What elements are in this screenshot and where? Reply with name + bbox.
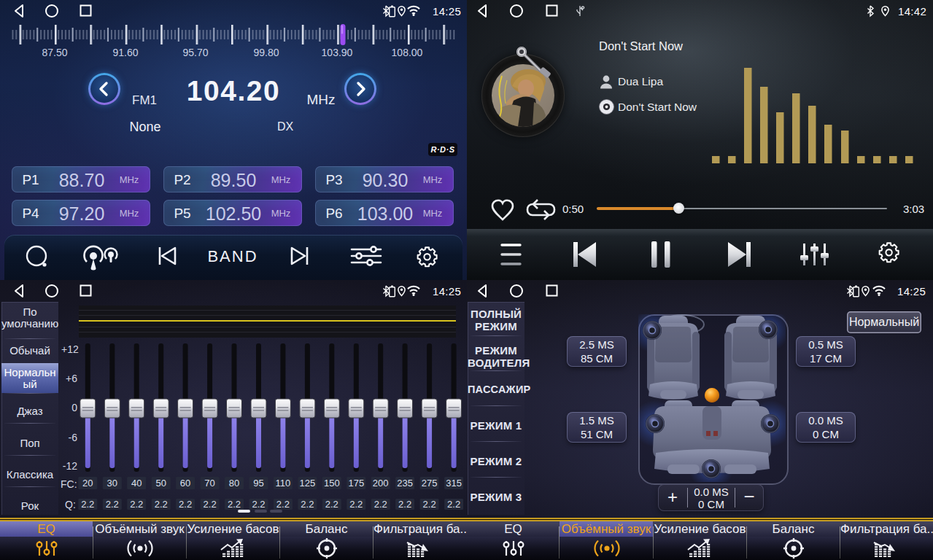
svg-text:2.2: 2.2 xyxy=(374,499,387,510)
svg-text:2.2: 2.2 xyxy=(81,499,94,510)
svg-text:2.2: 2.2 xyxy=(204,499,217,510)
svg-text:2.2: 2.2 xyxy=(106,499,119,510)
svg-text:150: 150 xyxy=(324,478,340,489)
svg-text:30: 30 xyxy=(107,478,117,489)
svg-text:20: 20 xyxy=(82,478,93,489)
svg-text:2.2: 2.2 xyxy=(130,499,143,510)
svg-text:60: 60 xyxy=(180,478,190,489)
svg-text:175: 175 xyxy=(348,478,364,489)
svg-text:2.2: 2.2 xyxy=(276,499,290,510)
svg-text:50: 50 xyxy=(155,478,166,489)
svg-text:70: 70 xyxy=(204,478,214,489)
svg-text:2.2: 2.2 xyxy=(155,499,168,510)
svg-text:40: 40 xyxy=(131,478,142,489)
svg-text:110: 110 xyxy=(276,478,291,489)
svg-text:BAND: BAND xyxy=(207,247,258,265)
svg-text:95: 95 xyxy=(253,478,263,489)
svg-text:80: 80 xyxy=(229,478,239,489)
svg-text:315: 315 xyxy=(446,478,462,489)
svg-text:2.2: 2.2 xyxy=(447,499,460,510)
svg-text:2.2: 2.2 xyxy=(252,499,265,510)
svg-text:275: 275 xyxy=(422,478,438,489)
svg-text:2.2: 2.2 xyxy=(349,499,363,510)
svg-text:2.2: 2.2 xyxy=(423,499,436,510)
svg-text:2.2: 2.2 xyxy=(228,499,241,510)
svg-text:125: 125 xyxy=(300,478,316,489)
svg-text:2.2: 2.2 xyxy=(179,499,192,510)
svg-text:200: 200 xyxy=(373,478,389,489)
svg-text:2.2: 2.2 xyxy=(398,499,411,510)
svg-text:2.2: 2.2 xyxy=(301,499,314,510)
svg-text:235: 235 xyxy=(397,478,413,489)
svg-text:2.2: 2.2 xyxy=(325,499,338,510)
